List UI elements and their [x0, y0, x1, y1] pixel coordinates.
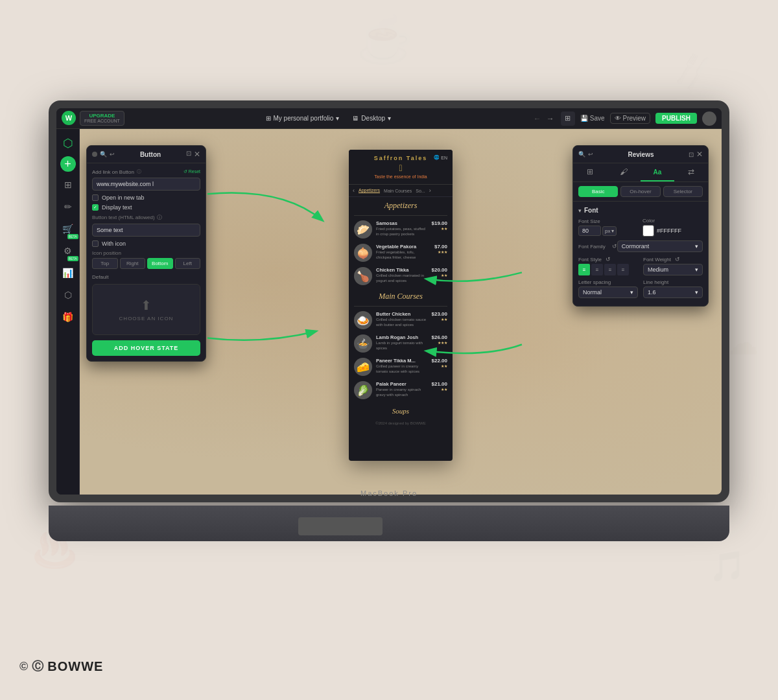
link-label: Add link on Button ⓘ ↺ Reset	[92, 169, 200, 175]
icon-pos-left[interactable]: Left	[175, 258, 201, 269]
rogan-josh-image: 🍲	[354, 334, 372, 353]
paneer-masala-image: 🧀	[354, 358, 372, 376]
macbook-label: MacBook Pro	[337, 489, 441, 497]
language-selector[interactable]: 🌐 EN	[434, 155, 447, 160]
letter-spacing-dropdown[interactable]: Normal ▾	[578, 286, 638, 298]
font-unit-dropdown[interactable]: px ▾	[602, 226, 617, 236]
unit-chevron-icon: ▾	[611, 228, 614, 234]
tab-style-icon[interactable]: 🖌	[607, 163, 641, 181]
pakora-stars: ★★★	[434, 250, 447, 254]
icon-pos-bottom[interactable]: Bottom	[147, 258, 173, 269]
publish-button[interactable]: PUBLISH	[655, 113, 697, 124]
align-left-button[interactable]: ≡	[578, 264, 590, 275]
sidebar-crm-icon[interactable]: ⚙ BETA	[59, 242, 77, 260]
macbook-shell: W UPGRADE FREE ACCOUNT ⊞ My personal por…	[49, 100, 729, 502]
font-size-input[interactable]: 80	[578, 226, 601, 236]
save-button[interactable]: 💾 Save	[580, 115, 605, 122]
line-height-dropdown[interactable]: 1.6 ▾	[643, 286, 703, 298]
palak-paneer-image: 🥬	[354, 381, 372, 399]
reviews-close-button[interactable]: ✕	[696, 150, 703, 159]
tab-text-icon[interactable]: Aa	[641, 163, 674, 181]
mode-onhover-button[interactable]: On-hover	[620, 186, 660, 197]
mode-basic-button[interactable]: Basic	[578, 186, 618, 197]
panel-search-icon[interactable]: 🔍	[100, 151, 107, 158]
add-element-button[interactable]: +	[60, 156, 76, 172]
sidebar-gift-icon[interactable]: 🎁	[59, 308, 77, 326]
butter-chicken-desc: Grilled chicken tomato sauce with butter…	[376, 318, 428, 328]
share-button[interactable]: ⊞	[561, 111, 575, 126]
macbook-keyboard	[49, 506, 729, 541]
menu-item-samosas: 🥟 Samosas Fried potatoes, peas, stuffed …	[349, 218, 453, 241]
url-input[interactable]	[92, 178, 200, 191]
preview-label: Preview	[623, 115, 646, 122]
sidebar-pages-icon[interactable]: ⊞	[59, 176, 77, 194]
nav-soups[interactable]: So...	[416, 189, 425, 193]
with-icon-label: With icon	[102, 240, 126, 247]
rogan-josh-price: $26.00	[432, 334, 447, 340]
user-avatar[interactable]	[702, 111, 716, 126]
display-text-checkbox[interactable]	[92, 204, 99, 211]
font-style-reset-icon[interactable]: ↺	[606, 256, 611, 262]
sidebar-edit-icon[interactable]: ✏	[59, 198, 77, 216]
rogan-josh-stars: ★★★	[432, 340, 447, 345]
font-family-reset-icon[interactable]: ↺	[612, 243, 617, 250]
with-icon-checkbox[interactable]	[92, 240, 99, 247]
letter-spacing-chevron-icon: ▾	[630, 289, 633, 296]
button-text-input[interactable]	[92, 224, 200, 237]
panel-close-button[interactable]: ✕	[194, 150, 200, 159]
open-new-tab-checkbox[interactable]	[92, 194, 99, 201]
mode-selector-button[interactable]: Selector	[663, 186, 703, 197]
tab-layout-icon[interactable]: ⊞	[573, 163, 607, 181]
nav-right-arrow[interactable]: ›	[429, 187, 431, 194]
samosas-stars: ★★	[432, 226, 447, 231]
add-hover-state-button[interactable]: ADD HOVER STATE	[92, 340, 200, 356]
icon-pos-right[interactable]: Right	[120, 258, 146, 269]
align-justify-button[interactable]: ≡	[617, 264, 629, 275]
rogan-josh-desc: Lamb in yogurt tomato with spices	[376, 341, 428, 351]
nav-main-courses[interactable]: Main Courses	[384, 189, 412, 193]
font-family-chevron-icon: ▾	[695, 243, 698, 250]
color-label: Color	[642, 218, 703, 224]
menu-item-palak-paneer: 🥬 Palak Paneer Paneer in creamy spinach …	[349, 379, 453, 402]
sidebar-cart-icon[interactable]: 🛒 BETA	[59, 220, 77, 238]
font-expand-icon[interactable]: ▾	[578, 207, 582, 214]
menu-item-paneer-masala: 🧀 Paneer Tikka M... Grilled paneer in cr…	[349, 355, 453, 379]
font-size-label: Font Size	[578, 218, 639, 224]
undo-arrow[interactable]: ←	[532, 113, 543, 124]
paneer-masala-name: Paneer Tikka M...	[376, 358, 428, 364]
upgrade-button[interactable]: UPGRADE FREE ACCOUNT	[80, 111, 124, 126]
font-size-color-row: Font Size 80 px ▾ Color	[578, 218, 703, 237]
reviews-fullscreen-icon[interactable]: ⊡	[689, 151, 694, 158]
panel-resize-icon[interactable]: ⊡	[186, 150, 191, 159]
preview-button[interactable]: 👁 Preview	[610, 113, 651, 124]
color-picker-button[interactable]	[642, 225, 654, 237]
tikka-desc: Grilled chicken marinated in yogurt and …	[376, 274, 428, 284]
samosas-desc: Fried potatoes, peas, stuffed in crisp p…	[376, 227, 428, 237]
nav-appetizers[interactable]: Appetizers	[359, 188, 380, 193]
desktop-selector[interactable]: 🖥 Desktop ▾	[352, 115, 391, 122]
font-weight-reset-icon[interactable]: ↺	[675, 256, 680, 262]
panel-dot-1[interactable]	[92, 152, 97, 157]
reviews-back-icon[interactable]: ↩	[588, 151, 593, 158]
redo-arrow[interactable]: →	[545, 113, 556, 124]
tab-shuffle-icon[interactable]: ⇄	[674, 163, 708, 181]
app-logo[interactable]: W	[62, 111, 76, 125]
reset-button[interactable]: ↺ Reset	[183, 169, 200, 174]
tikka-price: $20.00	[432, 267, 447, 273]
nav-left-arrow[interactable]: ‹	[353, 187, 355, 194]
portfolio-selector[interactable]: ⊞ My personal portfolio ▾	[266, 115, 340, 122]
reviews-search-icon[interactable]: 🔍	[578, 151, 585, 158]
sidebar-analytics-icon[interactable]: 📊	[59, 264, 77, 282]
palak-paneer-name: Palak Paneer	[376, 381, 428, 387]
align-right-button[interactable]: ≡	[604, 264, 616, 275]
top-bar-center: ⊞ My personal portfolio ▾ 🖥 Desktop ▾	[128, 115, 528, 122]
sidebar-layers-icon[interactable]: ⬡	[59, 286, 77, 304]
icon-chooser[interactable]: ⬆ CHOOSE AN ICON	[92, 284, 200, 335]
font-weight-dropdown[interactable]: Medium ▾	[643, 264, 703, 275]
panel-back-icon[interactable]: ↩	[110, 151, 115, 158]
butter-chicken-stars: ★★	[432, 317, 447, 321]
icon-chooser-placeholder-icon: ⬆	[141, 298, 152, 313]
align-center-button[interactable]: ≡	[591, 264, 603, 275]
font-family-dropdown[interactable]: Cormorant ▾	[617, 240, 703, 252]
icon-pos-top[interactable]: Top	[92, 258, 118, 269]
